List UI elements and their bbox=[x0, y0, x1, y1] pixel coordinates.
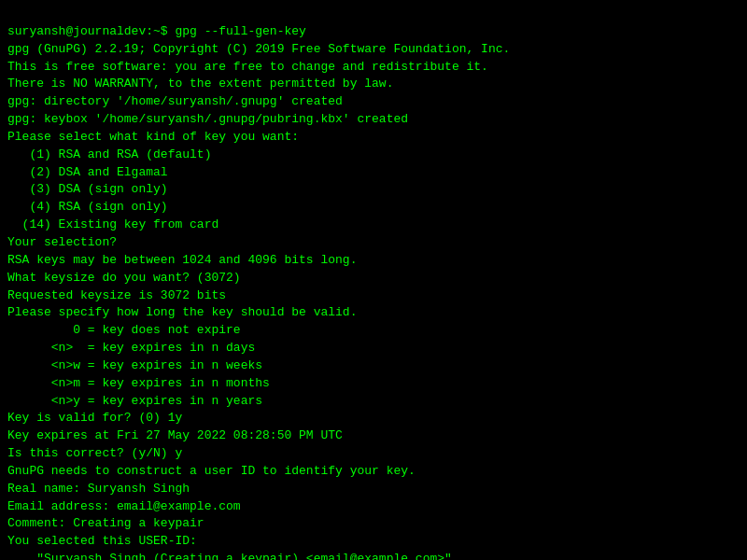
terminal-line: "Suryansh Singh (Creating a keypair) <em… bbox=[7, 551, 740, 560]
terminal-line: gpg: keybox '/home/suryansh/.gnupg/pubri… bbox=[7, 111, 740, 129]
terminal-line: Please specify how long the key should b… bbox=[7, 304, 740, 322]
terminal-line: (4) RSA (sign only) bbox=[7, 199, 740, 217]
terminal-line: What keysize do you want? (3072) bbox=[7, 270, 740, 287]
terminal-line: 0 = key does not expire bbox=[7, 322, 740, 340]
terminal-line: Is this correct? (y/N) y bbox=[7, 445, 740, 463]
terminal-line: There is NO WARRANTY, to the extent perm… bbox=[7, 76, 740, 93]
terminal-line: gpg (GnuPG) 2.2.19; Copyright (C) 2019 F… bbox=[7, 41, 740, 59]
terminal-line: Email address: email@example.com bbox=[7, 498, 740, 516]
terminal-line: GnuPG needs to construct a user ID to id… bbox=[7, 463, 740, 481]
terminal-line: (3) DSA (sign only) bbox=[7, 181, 740, 199]
terminal-line: (14) Existing key from card bbox=[7, 217, 740, 234]
terminal-line: <n>w = key expires in n weeks bbox=[7, 357, 740, 375]
terminal-line: RSA keys may be between 1024 and 4096 bi… bbox=[7, 252, 740, 270]
terminal-line: Key is valid for? (0) 1y bbox=[7, 410, 740, 427]
terminal-line: (1) RSA and RSA (default) bbox=[7, 147, 740, 164]
terminal-line: Requested keysize is 3072 bits bbox=[7, 287, 740, 305]
terminal-line: (2) DSA and Elgamal bbox=[7, 164, 740, 182]
terminal-line: gpg: directory '/home/suryansh/.gnupg' c… bbox=[7, 93, 740, 111]
terminal-line: <n>m = key expires in n months bbox=[7, 375, 740, 393]
terminal-line: This is free software: you are free to c… bbox=[7, 59, 740, 77]
terminal-line: Please select what kind of key you want: bbox=[7, 129, 740, 147]
terminal-line: Comment: Creating a keypair bbox=[7, 515, 740, 533]
terminal-line: suryansh@journaldev:~$ gpg --full-gen-ke… bbox=[7, 23, 740, 41]
terminal-line: Key expires at Fri 27 May 2022 08:28:50 … bbox=[7, 427, 740, 445]
terminal-line: <n>y = key expires in n years bbox=[7, 393, 740, 411]
terminal-line: <n> = key expires in n days bbox=[7, 340, 740, 357]
terminal-line: You selected this USER-ID: bbox=[7, 533, 740, 551]
terminal-line: Real name: Suryansh Singh bbox=[7, 481, 740, 498]
terminal-window[interactable]: suryansh@journaldev:~$ gpg --full-gen-ke… bbox=[0, 0, 747, 560]
terminal-line: Your selection? bbox=[7, 234, 740, 252]
